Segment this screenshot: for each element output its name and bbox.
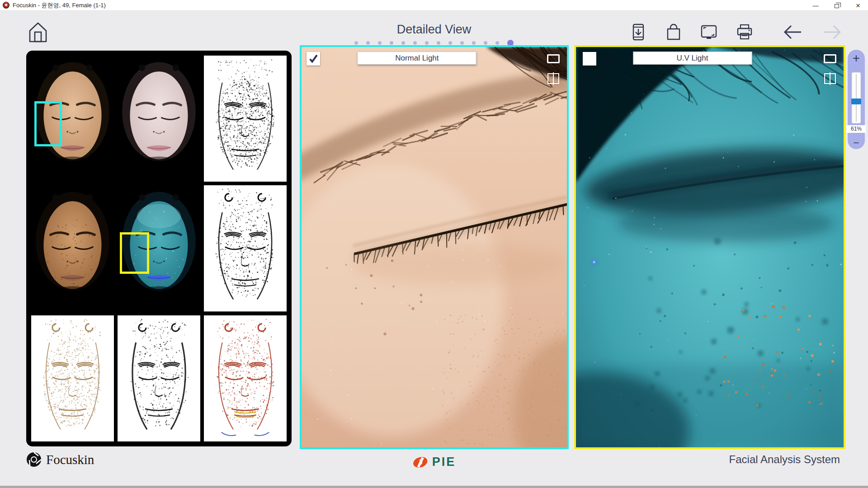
pager-dot[interactable] bbox=[460, 41, 464, 45]
normal-light-panel: Normal Light bbox=[300, 45, 569, 449]
export-to-device-button[interactable] bbox=[630, 23, 647, 41]
system-name: Facial Analysis System bbox=[729, 453, 840, 466]
home-button[interactable] bbox=[28, 21, 48, 42]
pager-dot[interactable] bbox=[484, 41, 487, 45]
checkmark-icon bbox=[308, 53, 319, 64]
print-button[interactable] bbox=[736, 23, 753, 41]
printer-icon bbox=[736, 23, 753, 41]
thumbnail-image bbox=[204, 56, 287, 182]
zoom-level-value: 61% bbox=[847, 125, 866, 133]
restore-icon bbox=[835, 4, 839, 8]
thumbnail-image bbox=[118, 56, 200, 182]
pager-dot[interactable] bbox=[390, 41, 393, 45]
uv-light-panel: U.V Light bbox=[574, 45, 845, 449]
arrow-right-icon bbox=[822, 23, 843, 42]
minimize-button[interactable]: — bbox=[812, 2, 819, 9]
zoom-slider-handle[interactable] bbox=[851, 99, 861, 104]
restore-button[interactable] bbox=[833, 2, 840, 9]
thumbnail-image bbox=[204, 185, 287, 311]
uv-light-label: U.V Light bbox=[633, 52, 752, 65]
thumbnail-face-warm[interactable] bbox=[31, 185, 114, 311]
thumbnail-face-normal[interactable] bbox=[31, 56, 114, 182]
pager-dot[interactable] bbox=[366, 41, 370, 45]
thumbnail-face-dots-bw-1[interactable] bbox=[204, 56, 287, 182]
thumbnail-board bbox=[26, 51, 292, 446]
thumbnail-face-uv[interactable] bbox=[118, 185, 200, 311]
pager-dot[interactable] bbox=[413, 41, 417, 45]
window-controls: — ✕ bbox=[812, 0, 862, 11]
normal-light-label: Normal Light bbox=[358, 52, 476, 65]
focuskin-aperture-icon bbox=[26, 452, 42, 467]
app-icon bbox=[3, 2, 9, 9]
forward-button[interactable] bbox=[822, 23, 843, 42]
shopping-bag-button[interactable] bbox=[665, 23, 682, 41]
thumbnail-face-dots-sepia[interactable] bbox=[31, 315, 114, 441]
shopping-bag-icon bbox=[665, 23, 682, 41]
pie-icon bbox=[412, 456, 429, 469]
thumbnail-image bbox=[118, 185, 200, 311]
thumbnail-image bbox=[31, 56, 114, 182]
export-to-device-icon bbox=[630, 23, 647, 41]
thumbnail-image bbox=[204, 315, 287, 441]
focuskin-logo: Focuskin bbox=[26, 452, 94, 467]
window-titlebar: Focuskin - 윤현영, 49, Female (1-1) — ✕ bbox=[0, 0, 868, 11]
pager-dot[interactable] bbox=[354, 41, 358, 45]
thumbnail-image bbox=[31, 185, 114, 311]
maximize-icon[interactable] bbox=[547, 54, 560, 63]
pager-dot[interactable] bbox=[425, 41, 429, 45]
zoom-slider-track[interactable] bbox=[852, 72, 861, 123]
arrow-left-icon bbox=[782, 23, 803, 42]
pager-dot[interactable] bbox=[401, 41, 405, 45]
pager-dot[interactable] bbox=[472, 41, 476, 45]
thumbnail-face-polarized[interactable] bbox=[118, 56, 200, 182]
bottom-edge bbox=[0, 486, 868, 488]
normal-light-checkbox[interactable] bbox=[307, 52, 320, 66]
maximize-icon[interactable] bbox=[824, 54, 836, 63]
split-view-icon[interactable] bbox=[547, 73, 559, 84]
thumbnail-face-dots-red[interactable] bbox=[204, 315, 287, 441]
pager-dot[interactable] bbox=[437, 41, 440, 45]
zoom-in-button[interactable]: + bbox=[848, 52, 865, 65]
thumbnail-face-outline[interactable] bbox=[118, 315, 200, 441]
thumbnail-image bbox=[31, 315, 114, 441]
back-button[interactable] bbox=[782, 23, 803, 42]
pager-dot[interactable] bbox=[448, 41, 452, 45]
thumbnail-face-dots-bw-2[interactable] bbox=[204, 185, 287, 311]
screen-button[interactable] bbox=[700, 23, 717, 41]
pager-dot[interactable] bbox=[378, 41, 382, 45]
thumbnail-image bbox=[118, 315, 200, 441]
zoom-control: + 61% − bbox=[848, 50, 865, 149]
home-icon bbox=[28, 21, 48, 42]
focuskin-wordmark: Focuskin bbox=[46, 452, 94, 467]
window-title: Focuskin - 윤현영, 49, Female (1-1) bbox=[13, 1, 106, 9]
screen-icon bbox=[700, 23, 717, 41]
pie-logo: PIE bbox=[412, 455, 456, 469]
uv-light-checkbox[interactable] bbox=[583, 52, 596, 66]
uv-light-image[interactable] bbox=[576, 47, 844, 447]
thumbnail-grid bbox=[31, 56, 287, 441]
zoom-out-button[interactable]: − bbox=[848, 137, 865, 148]
pie-wordmark: PIE bbox=[432, 455, 456, 469]
close-button[interactable]: ✕ bbox=[854, 2, 862, 9]
normal-light-image[interactable] bbox=[302, 47, 567, 447]
split-view-icon[interactable] bbox=[824, 73, 836, 84]
pager-dot[interactable] bbox=[495, 41, 499, 45]
